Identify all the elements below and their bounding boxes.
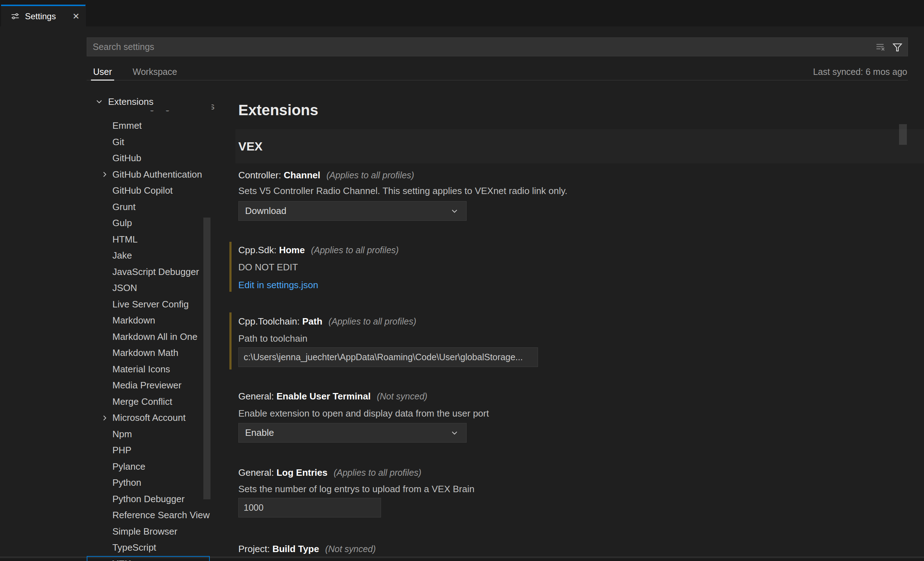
vscode-settings-window: Settings ✕ User Workspace — [0, 0, 924, 561]
chevron-down-icon — [450, 207, 459, 216]
enable-user-terminal-select[interactable]: Enable — [238, 423, 466, 442]
setting-description: Sets the number of log entrys to upload … — [238, 484, 474, 495]
edit-in-settings-json-link[interactable]: Edit in settings.json — [238, 280, 318, 291]
setting-general-enable-user-terminal: General: Enable User Terminal (Not synce… — [230, 388, 907, 445]
toc-item-python[interactable]: Python — [87, 475, 210, 491]
toc-item-github-copilot[interactable]: GitHub Copilot — [87, 183, 210, 199]
toc-item-label: Git — [112, 136, 124, 148]
search-input[interactable] — [87, 38, 875, 56]
toc-item-label: Markdown — [112, 315, 155, 326]
toolchain-path-input[interactable] — [238, 347, 538, 367]
setting-category: Cpp.Toolchain: — [238, 316, 300, 327]
setting-name: Build Type — [272, 543, 319, 554]
toc-item-json[interactable]: JSON — [87, 280, 210, 296]
toc-item-label: Markdown All in One — [112, 332, 197, 342]
toc-item-label: Live Server Config — [112, 299, 189, 310]
toc-item-label: Reference Search View — [112, 510, 210, 521]
toc-item-github-authentication[interactable]: GitHub Authentication — [87, 166, 210, 183]
toc-item-markdown-math[interactable]: Markdown Math — [87, 345, 210, 361]
toc-item-markdown-all-in-one[interactable]: Markdown All in One — [87, 329, 210, 345]
toc-item-microsoft-account[interactable]: Microsoft Account — [87, 410, 210, 426]
toc-item-npm[interactable]: Npm — [87, 426, 210, 442]
tab-close-icon[interactable]: ✕ — [72, 11, 80, 21]
controller-channel-select[interactable]: Download — [238, 201, 466, 221]
toc-item-label: Python Debugger — [112, 494, 184, 505]
chevron-right-icon — [100, 170, 109, 179]
toc-item-merge-conflict[interactable]: Merge Conflict — [87, 394, 210, 410]
toc-item-php[interactable]: PHP — [87, 442, 210, 459]
filter-icon[interactable] — [892, 42, 903, 52]
toc-item-html[interactable]: HTML — [87, 231, 210, 248]
toc-item-label: GitHub Copilot — [112, 185, 172, 196]
setting-project-build-type: Project: Build Type (Not synced) — [230, 541, 907, 558]
section-title: VEX — [238, 140, 262, 153]
editor-tab-bar: Settings ✕ — [0, 0, 924, 26]
toc-item-pylance[interactable]: Pylance — [87, 459, 210, 475]
page-title: Extensions — [238, 102, 318, 119]
toc-item-label: Grunt — [112, 201, 136, 213]
toc-item-media-previewer[interactable]: Media Previewer — [87, 377, 210, 394]
toc-item-javascript-debugger[interactable]: JavaScript Debugger — [87, 264, 210, 280]
setting-scope: (Not synced) — [326, 544, 376, 554]
toc-item-label: Merge Conflict — [112, 396, 172, 407]
toc-scrollbar[interactable] — [203, 218, 210, 499]
setting-cpptoolchain-path: Cpp.Toolchain: Path (Applies to all prof… — [230, 312, 907, 369]
toc-item-emmet[interactable]: Emmet — [87, 118, 210, 134]
toc-item-typescript[interactable]: TypeScript — [87, 540, 210, 556]
setting-scope: (Applies to all profiles) — [311, 245, 399, 255]
setting-label: Controller: Channel (Applies to all prof… — [238, 170, 414, 181]
setting-label: Cpp.Sdk: Home (Applies to all profiles) — [238, 244, 399, 256]
log-entries-input[interactable] — [238, 498, 381, 518]
setting-description: Enable extension to open and display dat… — [238, 408, 489, 419]
tab-workspace[interactable]: Workspace — [130, 63, 180, 80]
setting-category: General: — [238, 467, 274, 478]
tab-user[interactable]: User — [91, 63, 114, 80]
toc-item-label: JSON — [112, 282, 137, 294]
tab-workspace-label: Workspace — [133, 67, 177, 77]
search-actions — [875, 42, 908, 52]
clear-search-results-icon[interactable] — [875, 42, 886, 52]
toc-item-label: GitHub Authentication — [112, 169, 202, 180]
toc-item-gulp[interactable]: Gulp — [87, 215, 210, 231]
toc-header-extensions[interactable]: Extensions — [87, 93, 212, 111]
scope-tabs-row: User Workspace Last synced: 6 mos ago — [87, 63, 908, 81]
setting-label: General: Enable User Terminal (Not synce… — [238, 391, 428, 402]
setting-name: Enable User Terminal — [276, 391, 370, 402]
toc-item-git[interactable]: Git — [87, 134, 210, 150]
chevron-down-icon — [450, 428, 459, 438]
toc-item-vex[interactable]: VEX — [87, 556, 210, 561]
toc-item-label: Python — [112, 477, 141, 488]
setting-category: Cpp.Sdk: — [238, 244, 276, 255]
settings-tab[interactable]: Settings ✕ — [1, 4, 86, 26]
toc-item-label: Gulp — [112, 218, 132, 229]
setting-category: Controller: — [238, 170, 281, 180]
toc-item-reference-search-view[interactable]: Reference Search View — [87, 507, 210, 524]
setting-name: Channel — [284, 170, 320, 180]
toc-item-label: Material Icons — [112, 364, 170, 375]
toc-item-label: GitHub — [112, 153, 141, 164]
toc-item-material-icons[interactable]: Material Icons — [87, 361, 210, 378]
setting-scope: (Applies to all profiles) — [326, 170, 414, 180]
toc-header-label: Extensions — [108, 96, 153, 107]
toc-item-label: Jake — [112, 250, 132, 261]
toc-item-jake[interactable]: Jake — [87, 248, 210, 264]
setting-general-log-entries: General: Log Entries (Applies to all pro… — [230, 464, 907, 521]
toc-item-grunt[interactable]: Grunt — [87, 199, 210, 215]
toc-item-github[interactable]: GitHub — [87, 150, 210, 166]
main-scrollbar[interactable] — [899, 124, 907, 145]
toc-item-label: Pylance — [112, 461, 146, 472]
toc-item-label: Markdown Math — [112, 347, 178, 358]
setting-description: DO NOT EDIT — [238, 262, 298, 273]
setting-description: Sets V5 Controller Radio Channel. This s… — [238, 186, 568, 196]
setting-scope: (Applies to all profiles) — [328, 316, 416, 326]
toc-item-python-debugger[interactable]: Python Debugger — [87, 491, 210, 507]
toc-item-simple-browser[interactable]: Simple Browser — [87, 524, 210, 540]
toc-item-label: Emmet — [112, 120, 142, 131]
toc-item-label: Media Previewer — [112, 380, 182, 391]
setting-category: General: — [238, 391, 274, 402]
toc-item-markdown[interactable]: Markdown — [87, 312, 210, 329]
toc-item-label: Npm — [112, 429, 132, 440]
tab-user-label: User — [93, 67, 112, 77]
select-value: Download — [245, 206, 450, 216]
toc-item-live-server-config[interactable]: Live Server Config — [87, 296, 210, 313]
